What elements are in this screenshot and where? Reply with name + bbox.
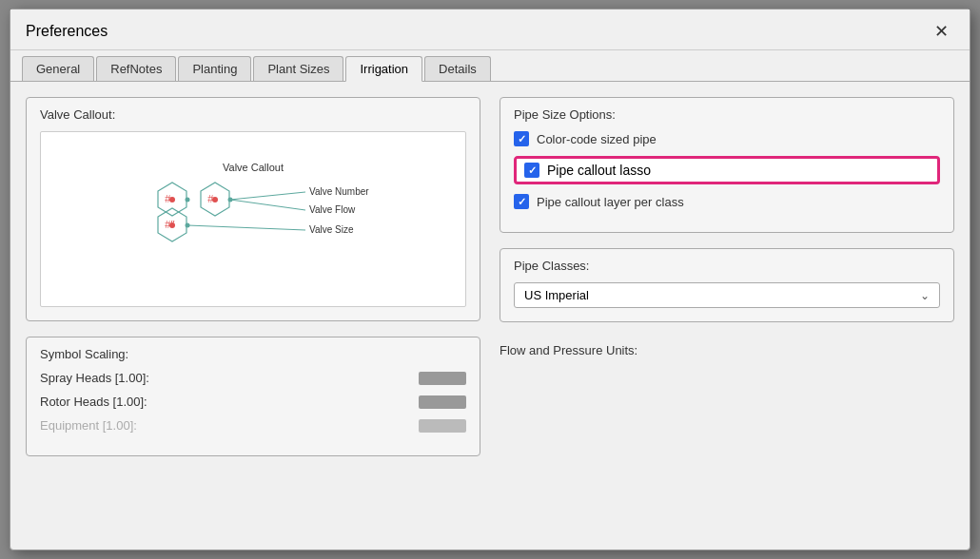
valve-callout-preview: Valve Callout # # [40, 131, 466, 307]
svg-text:#: # [165, 193, 171, 204]
svg-text:Valve Size: Valve Size [309, 224, 354, 235]
valve-diagram: Valve Callout # # [115, 158, 391, 281]
tabs-bar: General RefNotes Planting Plant Sizes Ir… [10, 50, 970, 82]
color-code-pipe-checkbox[interactable] [514, 131, 529, 146]
tab-details[interactable]: Details [424, 56, 491, 81]
equipment-bar [419, 419, 466, 433]
pipe-callout-layer-checkbox[interactable] [514, 194, 529, 209]
color-code-pipe-label: Color-code sized pipe [537, 132, 657, 146]
svg-line-9 [230, 192, 305, 200]
pipe-classes-label: Pipe Classes: [514, 259, 940, 273]
svg-point-4 [186, 197, 190, 202]
tab-refnotes[interactable]: RefNotes [96, 56, 176, 81]
svg-text:#": #" [165, 219, 175, 230]
preferences-dialog: Preferences ✕ General RefNotes Planting … [10, 9, 970, 550]
tab-planting[interactable]: Planting [178, 56, 251, 81]
valve-callout-label: Valve Callout: [40, 107, 466, 122]
title-bar: Preferences ✕ [10, 10, 970, 50]
svg-line-17 [187, 225, 305, 230]
pipe-callout-lasso-label: Pipe callout lasso [547, 163, 651, 178]
close-button[interactable]: ✕ [929, 19, 954, 44]
svg-text:Valve Number: Valve Number [309, 186, 369, 197]
chevron-down-icon: ⌄ [920, 289, 930, 302]
color-code-pipe-row[interactable]: Color-code sized pipe [514, 131, 940, 146]
svg-text:Valve Callout: Valve Callout [223, 162, 284, 173]
pipe-classes-section: Pipe Classes: US Imperial ⌄ [500, 248, 954, 322]
pipe-classes-selected: US Imperial [524, 288, 589, 302]
spray-heads-row: Spray Heads [1.00]: [40, 371, 466, 385]
rotor-heads-label: Rotor Heads [1.00]: [40, 395, 409, 409]
dialog-title: Preferences [26, 23, 108, 40]
left-column: Valve Callout: Valve Callout # [26, 97, 480, 534]
svg-line-11 [230, 200, 305, 210]
pipe-callout-lasso-row[interactable]: Pipe callout lasso [514, 156, 940, 184]
pipe-callout-lasso-checkbox[interactable] [524, 163, 539, 178]
pipe-callout-layer-label: Pipe callout layer per class [537, 195, 684, 209]
spray-heads-bar[interactable] [419, 372, 466, 385]
flow-pressure-label: Flow and Pressure Units: [500, 343, 954, 357]
rotor-heads-row: Rotor Heads [1.00]: [40, 395, 466, 409]
spray-heads-label: Spray Heads [1.00]: [40, 371, 409, 385]
svg-text:#: # [207, 193, 214, 204]
rotor-heads-bar[interactable] [419, 395, 466, 409]
right-column: Pipe Size Options: Color-code sized pipe… [500, 97, 954, 534]
content-area: Valve Callout: Valve Callout # [10, 82, 970, 549]
pipe-callout-layer-row[interactable]: Pipe callout layer per class [514, 194, 940, 209]
symbol-scaling-section: Symbol Scaling: Spray Heads [1.00]: Roto… [26, 337, 480, 456]
equipment-row: Equipment [1.00]: [40, 418, 466, 433]
pipe-size-options-label: Pipe Size Options: [514, 107, 940, 122]
pipe-size-options-section: Pipe Size Options: Color-code sized pipe… [500, 97, 954, 233]
valve-callout-section: Valve Callout: Valve Callout # [26, 97, 480, 321]
tab-general[interactable]: General [22, 56, 94, 81]
svg-text:Valve Flow: Valve Flow [309, 204, 356, 215]
tab-plant-sizes[interactable]: Plant Sizes [253, 56, 343, 81]
symbol-scaling-label: Symbol Scaling: [40, 347, 466, 361]
equipment-label: Equipment [1.00]: [40, 418, 409, 433]
tab-irrigation[interactable]: Irrigation [345, 56, 422, 82]
pipe-classes-dropdown[interactable]: US Imperial ⌄ [514, 282, 940, 308]
flow-pressure-section: Flow and Pressure Units: [500, 337, 954, 357]
